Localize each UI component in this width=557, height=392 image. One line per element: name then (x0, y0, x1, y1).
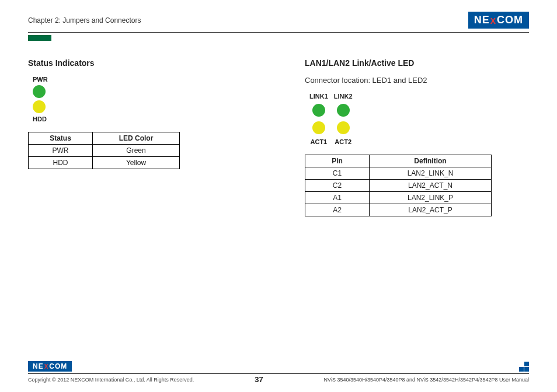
pwr-led-icon (33, 85, 46, 98)
def-cell: LAN2_LINK_N (370, 167, 492, 180)
status-led-block: PWR HDD (33, 76, 252, 123)
status-cell: PWR (29, 145, 93, 157)
right-column: LAN1/LAN2 Link/Active LED Connector loca… (305, 58, 529, 216)
link1-label: LINK1 (309, 93, 328, 100)
color-header: LED Color (93, 132, 180, 145)
act1-label: ACT1 (311, 138, 328, 145)
logo-post: COM (49, 362, 67, 370)
chapter-title: Chapter 2: Jumpers and Connectors (28, 16, 141, 24)
page-number: 37 (255, 375, 263, 384)
manual-title: NViS 3540/3540H/3540P4/3540P8 and NViS 3… (324, 377, 529, 383)
hdd-led-icon (33, 100, 46, 113)
table-row: PWR Green (29, 145, 180, 157)
table-row: A2 LAN2_ACT_P (305, 204, 492, 216)
pin-header: Pin (305, 155, 370, 167)
pwr-label: PWR (33, 76, 252, 83)
table-row: C2 LAN2_ACT_N (305, 180, 492, 192)
copyright-text: Copyright © 2012 NEXCOM International Co… (28, 377, 194, 383)
def-header: Definition (370, 155, 492, 167)
def-cell: LAN2_LINK_P (370, 192, 492, 204)
pin-cell: C2 (305, 180, 370, 192)
act1-led-icon (312, 121, 325, 134)
act2-label: ACT2 (335, 138, 351, 145)
color-cell: Yellow (93, 157, 180, 169)
connector-location: Connector location: LED1 and LED2 (305, 76, 529, 85)
link2-led-icon (337, 104, 350, 117)
logo-post: COM (497, 14, 523, 26)
lan-heading: LAN1/LAN2 Link/Active LED (305, 58, 529, 68)
def-cell: LAN2_ACT_N (370, 180, 492, 192)
table-row: Pin Definition (305, 155, 492, 167)
status-indicators-heading: Status Indicators (28, 58, 252, 68)
table-row: HDD Yellow (29, 157, 180, 169)
lan-led-block: LINK1 ACT1 LINK2 ACT2 (309, 93, 529, 145)
header-divider (28, 32, 529, 33)
footer-divider (28, 373, 529, 374)
status-table: Status LED Color PWR Green HDD Yellow (28, 132, 180, 169)
footer-square-icon (519, 362, 529, 372)
pin-cell: A2 (305, 204, 370, 216)
status-header: Status (29, 132, 93, 145)
left-column: Status Indicators PWR HDD Status LED Col… (28, 58, 252, 216)
hdd-label: HDD (33, 116, 252, 123)
logo-pre: NE (33, 362, 44, 370)
logo-pre: NE (474, 14, 490, 26)
lan-table: Pin Definition C1 LAN2_LINK_N C2 LAN2_AC… (305, 155, 492, 216)
table-row: C1 LAN2_LINK_N (305, 167, 492, 180)
def-cell: LAN2_ACT_P (370, 204, 492, 216)
nexcom-logo-top: NEXCOM (468, 12, 529, 29)
act2-led-icon (337, 121, 350, 134)
footer: NEXCOM Copyright © 2012 NEXCOM Internati… (0, 361, 557, 384)
nexcom-logo-footer: NEXCOM (28, 361, 72, 372)
pin-cell: A1 (305, 192, 370, 204)
pin-cell: C1 (305, 167, 370, 180)
table-row: Status LED Color (29, 132, 180, 145)
status-cell: HDD (29, 157, 93, 169)
color-cell: Green (93, 145, 180, 157)
link1-led-icon (312, 104, 325, 117)
link2-label: LINK2 (334, 93, 353, 100)
logo-x-icon: X (44, 363, 49, 370)
logo-x-icon: X (490, 16, 496, 26)
table-row: A1 LAN2_LINK_P (305, 192, 492, 204)
accent-bar (28, 35, 51, 41)
